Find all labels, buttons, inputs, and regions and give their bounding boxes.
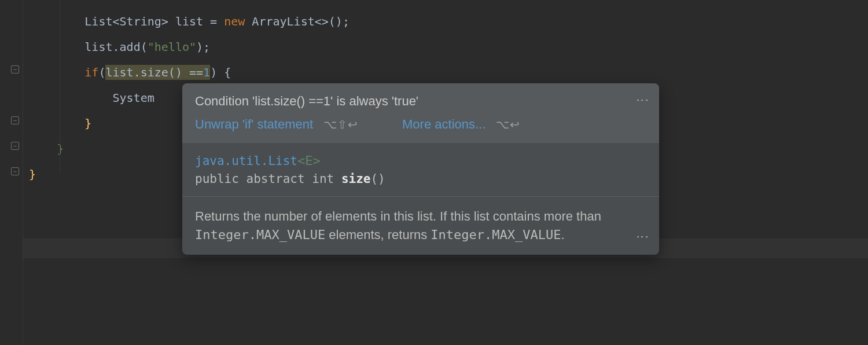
inspection-message: Condition 'list.size() ==1' is always 't… (195, 94, 646, 109)
code-line[interactable]: List<String> list = new ArrayList<>(); (23, 9, 868, 34)
doc-class-link[interactable]: java.util.List (195, 154, 297, 168)
code-line[interactable]: if(list.size() ==1) { (23, 60, 868, 85)
code-line[interactable]: list.add("hello"); (23, 34, 868, 60)
error-marker-icon (36, 167, 50, 181)
inspection-popup: Condition 'list.size() ==1' is always 't… (182, 83, 659, 255)
more-actions-link[interactable]: More actions... (402, 117, 486, 132)
quickdoc-signature: java.util.List<E> public abstract int si… (182, 143, 659, 196)
quickdoc-description: Returns the number of elements in this l… (182, 197, 659, 255)
shortcut-hint: ⌥⇧↩ (323, 118, 358, 131)
shortcut-hint: ⌥↩ (496, 118, 520, 131)
unwrap-if-action[interactable]: Unwrap 'if' statement (195, 117, 313, 132)
kebab-menu-icon[interactable]: ⋮ (635, 230, 650, 244)
editor-gutter (0, 0, 23, 345)
fold-marker-icon[interactable] (10, 141, 20, 151)
inspection-header: Condition 'list.size() ==1' is always 't… (182, 83, 659, 142)
kebab-menu-icon[interactable]: ⋮ (635, 94, 650, 108)
fold-marker-icon[interactable] (10, 65, 20, 74)
fold-marker-icon[interactable] (10, 116, 20, 125)
fold-marker-icon[interactable] (10, 167, 20, 176)
